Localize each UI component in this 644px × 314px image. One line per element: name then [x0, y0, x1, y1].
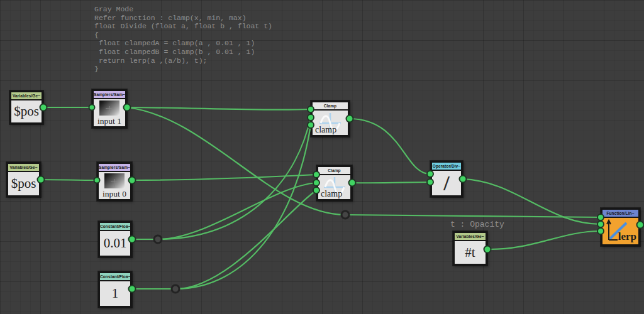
node-constant-001[interactable]: Constant/Floa~ 0.01 [98, 221, 132, 257]
node-header: Operator/Div~ [432, 163, 461, 171]
reroute-knot[interactable] [172, 285, 179, 293]
wire-clamp1-to-divide-in1[interactable] [350, 119, 430, 174]
wire-knot2-to-clamp1-in3[interactable] [175, 125, 311, 289]
node-pos-1[interactable]: Variables/Ge~ $pos [9, 90, 43, 124]
node-header: Clamp [313, 102, 348, 111]
node-header: Samplers/Sam~ [99, 164, 130, 172]
node-label: #t [465, 245, 475, 261]
node-label: / [443, 171, 449, 195]
node-label: input 1 [97, 116, 121, 126]
node-clamp-2[interactable]: Clamp clamp [316, 165, 352, 201]
node-sampler-input1[interactable]: Samplers/Sam~ input 1 [92, 89, 127, 128]
wire-knot-to-lerp-in1[interactable] [345, 215, 601, 217]
node-label: clamp [315, 125, 336, 135]
wire-knot1-to-clamp2-in2[interactable] [158, 183, 316, 239]
wire-sampler0-to-clamp2-in1[interactable] [132, 175, 316, 180]
node-divide[interactable]: Operator/Div~ / [430, 161, 463, 197]
node-header: Constant/Floa~ [100, 273, 130, 281]
gradient-thumbnail [104, 173, 125, 188]
code-comment: Gray Mode Refer function : clamp(x, min,… [94, 5, 272, 73]
wire-divide-to-lerp-in2[interactable] [463, 179, 601, 224]
node-header: Variables/Ge~ [8, 164, 39, 172]
node-constant-1[interactable]: Constant/Floa~ 1 [98, 271, 132, 308]
gradient-thumbnail [99, 100, 119, 116]
node-header: Constant/Floa~ [100, 223, 130, 231]
wire-knot2-to-clamp2-in3[interactable] [175, 190, 316, 289]
node-label: 0.01 [104, 236, 127, 251]
reroute-knot[interactable] [341, 211, 349, 219]
node-t[interactable]: Variables/Ge~ #t [453, 231, 487, 266]
node-header: Clamp [318, 167, 350, 175]
node-label: 1 [112, 286, 119, 301]
node-graph-canvas[interactable]: Gray Mode Refer function : clamp(x, min,… [0, 0, 644, 314]
node-sampler-input0[interactable]: Samplers/Sam~ input 0 [97, 162, 132, 201]
node-pos-2[interactable]: Variables/Ge~ $pos [6, 162, 41, 197]
node-header: Variables/Ge~ [455, 233, 486, 241]
node-lerp[interactable]: Function/Lin~ lerp [601, 208, 640, 246]
wire-knot1-to-clamp1-in2[interactable] [158, 117, 311, 239]
wire-pos2-to-sampler0[interactable] [41, 180, 97, 180]
t-opacity-label: t : Opacity [450, 220, 504, 229]
node-header: Samplers/Sam~ [94, 91, 125, 99]
wire-clamp2-to-divide-in2[interactable] [352, 182, 430, 183]
node-label: lerp [618, 230, 636, 243]
wire-sampler1-to-clamp1-in1[interactable] [127, 107, 311, 110]
node-header: Variables/Ge~ [11, 92, 42, 100]
node-label: $pos [11, 176, 36, 192]
reroute-knot[interactable] [154, 236, 162, 243]
node-header: Function/Lin~ [602, 210, 638, 218]
node-label: clamp [321, 189, 342, 199]
node-label: input 0 [103, 189, 126, 199]
node-clamp-1[interactable]: Clamp clamp [311, 100, 350, 137]
wire-t-to-lerp-in3[interactable] [487, 231, 601, 249]
node-label: $pos [14, 104, 39, 119]
